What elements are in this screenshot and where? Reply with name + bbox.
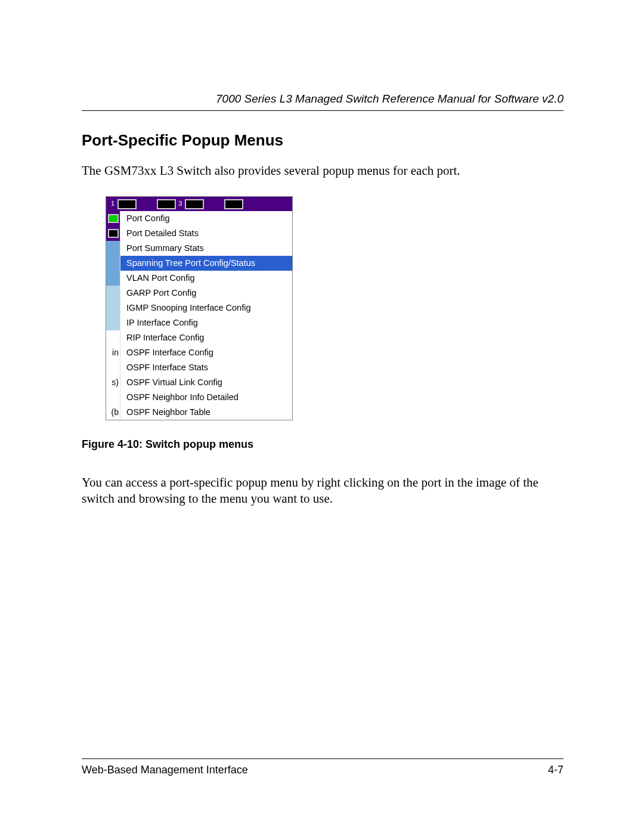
port-number-label: 1 [111,200,114,207]
strip-segment [106,315,120,330]
port-number-label: 3 [178,200,182,207]
menu-item[interactable]: OSPF Interface Stats [120,360,292,375]
port-icon-active [106,211,120,226]
page-footer: Web-Based Management Interface 4-7 [82,758,564,776]
strip-segment [106,271,120,286]
menu-item[interactable]: Port Summary Stats [120,241,292,256]
port-slot-icon [117,199,137,209]
header-rule [82,110,564,111]
strip-segment [106,390,120,405]
outro-paragraph: You can access a port-specific popup men… [82,475,564,506]
strip-segment [106,360,120,375]
port-slot-icon [157,199,176,209]
footer-section-name: Web-Based Management Interface [82,764,248,776]
strip-segment [106,256,120,271]
menu-item[interactable]: Spanning Tree Port Config/Status [120,256,292,271]
strip-segment [106,301,120,315]
menu-item[interactable]: RIP Interface Config [120,330,292,345]
background-text-fragment: s) [106,375,120,390]
section-heading: Port-Specific Popup Menus [82,131,564,150]
running-header: 7000 Series L3 Managed Switch Reference … [82,92,564,106]
intro-paragraph: The GSM73xx L3 Switch also provides seve… [82,163,564,178]
menu-item[interactable]: IGMP Snooping Interface Config [120,301,292,315]
menu-item[interactable]: GARP Port Config [120,286,292,301]
background-text-fragment: in [106,345,120,360]
menu-item[interactable]: OSPF Neighbor Info Detailed [120,390,292,405]
strip-segment [106,241,120,256]
menu-item[interactable]: Port Config [120,211,292,226]
menu-item[interactable]: VLAN Port Config [120,271,292,286]
strip-segment [106,286,120,301]
menu-item[interactable]: OSPF Neighbor Table [120,405,292,420]
switch-port-bar: 1 3 [106,197,292,211]
figure-caption: Figure 4-10: Switch popup menus [82,438,564,451]
left-strip: ins)(b [106,211,120,420]
context-menu[interactable]: Port ConfigPort Detailed StatsPort Summa… [120,211,292,420]
port-icon-inactive [106,226,120,241]
menu-item[interactable]: OSPF Virtual Link Config [120,375,292,390]
figure-screenshot: 1 3 ins)(b Port ConfigPort Detailed Stat… [106,196,564,420]
menu-item[interactable]: OSPF Interface Config [120,345,292,360]
menu-item[interactable]: Port Detailed Stats [120,226,292,241]
popup-menu-screenshot: 1 3 ins)(b Port ConfigPort Detailed Stat… [106,196,293,420]
strip-segment [106,330,120,345]
menu-item[interactable]: IP Interface Config [120,315,292,330]
port-slot-icon [224,199,243,209]
footer-rule [82,758,564,759]
background-text-fragment: (b [106,405,120,420]
page-number: 4-7 [548,764,564,776]
port-slot-icon [185,199,204,209]
